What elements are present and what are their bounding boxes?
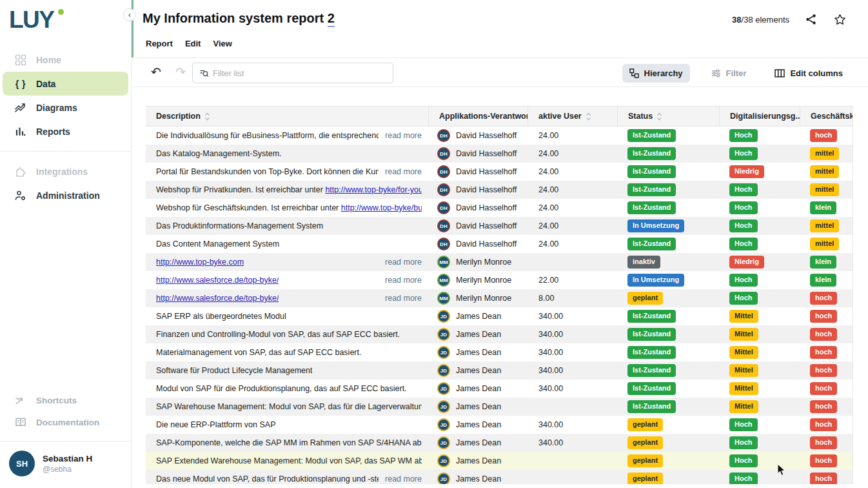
menu-edit[interactable]: Edit bbox=[185, 39, 201, 48]
favorite-star-icon[interactable] bbox=[833, 13, 846, 26]
column-header-geschäftskritik[interactable]: Geschäftskritik bbox=[800, 107, 853, 126]
redo-icon[interactable]: ↷ bbox=[172, 63, 189, 80]
cell-owner: MMMerilyn Monroe bbox=[428, 271, 528, 289]
sort-icon bbox=[656, 112, 662, 121]
cell-active-users: 8.00 bbox=[528, 289, 617, 307]
table-row[interactable]: Software für Product Lifecycle Managemen… bbox=[146, 361, 853, 380]
cell-status: inaktiv bbox=[617, 253, 719, 271]
cell-geschaeftskritikalitaet: hoch bbox=[800, 361, 853, 380]
table-row[interactable]: Finanzen und Controlling-Modul von SAP, … bbox=[146, 325, 853, 343]
cell-description: Das Content Management System bbox=[146, 235, 428, 253]
avatar: DH bbox=[437, 219, 450, 232]
read-more-link[interactable]: read more bbox=[379, 167, 422, 176]
status-badge: Ist-Zustand bbox=[627, 400, 676, 413]
cell-active-users: 24.00 bbox=[528, 127, 617, 145]
table-row[interactable]: Die Individuallösung für eBusiness-Platt… bbox=[146, 127, 853, 145]
description-link[interactable]: http://www.salesforce.de/top-byke/ bbox=[156, 276, 279, 285]
table-row[interactable]: Webshop für Privatkunden. Ist erreichbar… bbox=[146, 181, 853, 199]
cell-active-users: 24.00 bbox=[528, 235, 617, 253]
filter-list-inputwrap bbox=[192, 63, 393, 83]
cell-digitalisierung: Hoch bbox=[719, 199, 800, 217]
sidebar: LUY Home{ }DataDiagramsReportsIntegratio… bbox=[0, 0, 132, 488]
column-header-label: Geschäftskritik bbox=[811, 112, 853, 121]
table-row[interactable]: SAP-Komponente, welche die SAP MM im Rah… bbox=[146, 434, 853, 452]
table-row[interactable]: Das Content Management SystemDHDavid Has… bbox=[146, 235, 853, 253]
status-badge: hoch bbox=[810, 364, 837, 377]
read-more-link[interactable]: read more bbox=[379, 294, 422, 303]
cell-description: Das neue Modul von SAP, das für Produkti… bbox=[146, 470, 428, 484]
column-header-label: aktive User bbox=[538, 112, 582, 121]
table-row[interactable]: Das Produktinformations-Management Syste… bbox=[146, 217, 853, 235]
table-row[interactable]: Das Katalog-Management-System.DHDavid Ha… bbox=[146, 145, 853, 163]
sidebar-collapse-button[interactable]: ‹ bbox=[123, 8, 136, 21]
table-row[interactable]: http://www.top-byke.comread moreMMMerily… bbox=[146, 253, 853, 271]
table-row[interactable]: Das neue Modul von SAP, das für Produkti… bbox=[146, 470, 853, 484]
table-row[interactable]: Webshop für Geschäftskunden. Ist erreich… bbox=[146, 199, 853, 217]
cell-description: http://www.top-byke.comread more bbox=[146, 253, 428, 271]
table-row[interactable]: http://www.salesforce.de/top-byke/read m… bbox=[146, 271, 853, 289]
table-row[interactable]: http://www.salesforce.de/top-byke/read m… bbox=[146, 289, 853, 307]
edit-columns-button[interactable]: Edit columns bbox=[767, 64, 850, 83]
avatar: JD bbox=[437, 454, 450, 467]
sidebar-item-reports[interactable]: Reports bbox=[3, 119, 128, 143]
status-badge: In Umsetzung bbox=[627, 219, 684, 232]
columns-icon bbox=[774, 68, 785, 78]
owner-name: James Dean bbox=[456, 348, 501, 357]
read-more-link[interactable]: read more bbox=[379, 131, 422, 140]
table-row[interactable]: SAP Extended Warehouse Management: Modul… bbox=[146, 452, 853, 470]
sidebar-item-diagrams[interactable]: Diagrams bbox=[3, 96, 128, 119]
column-header-description[interactable]: Description bbox=[146, 107, 428, 126]
table-header-row: DescriptionApplikations-Verantwort...akt… bbox=[146, 106, 853, 127]
status-badge: inaktiv bbox=[627, 256, 660, 269]
hierarchy-button[interactable]: Hierarchy bbox=[622, 64, 690, 83]
avatar: MM bbox=[437, 292, 450, 305]
cell-owner: JDJames Dean bbox=[428, 343, 528, 361]
nav-divider bbox=[0, 151, 131, 152]
description-link[interactable]: http://www.top-byke.com bbox=[156, 258, 244, 267]
table-row[interactable]: Portal für Bestandskunden von Top-Byke. … bbox=[146, 163, 853, 181]
cell-status: geplant bbox=[617, 416, 719, 434]
table-row[interactable]: SAP Warehouse Management: Modul von SAP,… bbox=[146, 398, 853, 416]
table-row[interactable]: Modul von SAP für die Produktionsplanung… bbox=[146, 380, 853, 398]
description-link[interactable]: http://www.top-byke/business/ bbox=[341, 203, 422, 212]
filter-list-input[interactable] bbox=[213, 68, 386, 78]
status-badge: Mittel bbox=[729, 310, 758, 323]
sort-icon bbox=[586, 112, 591, 121]
cell-description: Webshop für Privatkunden. Ist erreichbar… bbox=[146, 181, 428, 199]
table-row[interactable]: SAP ERP als übergeordnetes ModulJDJames … bbox=[146, 307, 853, 325]
column-header-aktiveuser[interactable]: aktive User bbox=[528, 107, 617, 126]
cell-status: Ist-Zustand bbox=[617, 307, 719, 325]
description-link[interactable]: http://www.salesforce.de/top-byke/ bbox=[156, 294, 279, 303]
read-more-link[interactable]: read more bbox=[379, 258, 422, 267]
share-icon[interactable] bbox=[805, 13, 818, 26]
status-badge: Mittel bbox=[729, 346, 758, 359]
user-profile[interactable]: SH Sebastian H @sebha bbox=[0, 441, 131, 488]
braces-icon: { } bbox=[14, 77, 27, 90]
read-more-link[interactable]: read more bbox=[379, 276, 422, 285]
avatar: JD bbox=[437, 382, 450, 395]
app-logo: LUY bbox=[9, 6, 131, 40]
description-link[interactable]: http://www.top-byke/for-you/ bbox=[325, 185, 422, 194]
column-header-digitalisierungsg[interactable]: Digitalisierungsg... bbox=[719, 107, 800, 126]
sidebar-item-data[interactable]: { }Data bbox=[3, 72, 128, 96]
undo-icon[interactable]: ↶ bbox=[148, 63, 164, 80]
sidebar-item-documentation[interactable]: Documentation bbox=[0, 411, 131, 433]
status-badge: Mittel bbox=[729, 382, 758, 395]
sidebar-item-administration[interactable]: Administration bbox=[3, 183, 128, 207]
read-more-link[interactable]: read more bbox=[379, 474, 422, 483]
cell-status: In Umsetzung bbox=[617, 271, 719, 289]
column-header-status[interactable]: Status bbox=[617, 107, 719, 126]
filter-button[interactable]: Filter bbox=[704, 64, 754, 83]
menu-view[interactable]: View bbox=[213, 39, 232, 48]
cell-digitalisierung: Niedrig bbox=[719, 253, 800, 271]
status-badge: klein bbox=[810, 256, 836, 269]
status-badge: Ist-Zustand bbox=[627, 147, 676, 160]
sidebar-item-shortcuts[interactable]: Shortcuts bbox=[0, 389, 131, 411]
table-row[interactable]: Die neue ERP-Plattform von SAPJDJames De… bbox=[146, 416, 853, 434]
status-badge: Hoch bbox=[729, 473, 758, 484]
avatar: DH bbox=[437, 183, 450, 196]
column-header-applikationsverantwort[interactable]: Applikations-Verantwort... bbox=[428, 107, 528, 126]
cell-description: Die neue ERP-Plattform von SAP bbox=[146, 416, 428, 434]
menu-report[interactable]: Report bbox=[146, 39, 173, 48]
table-row[interactable]: Materialmanagement von SAP, das auf SAP … bbox=[146, 343, 853, 361]
